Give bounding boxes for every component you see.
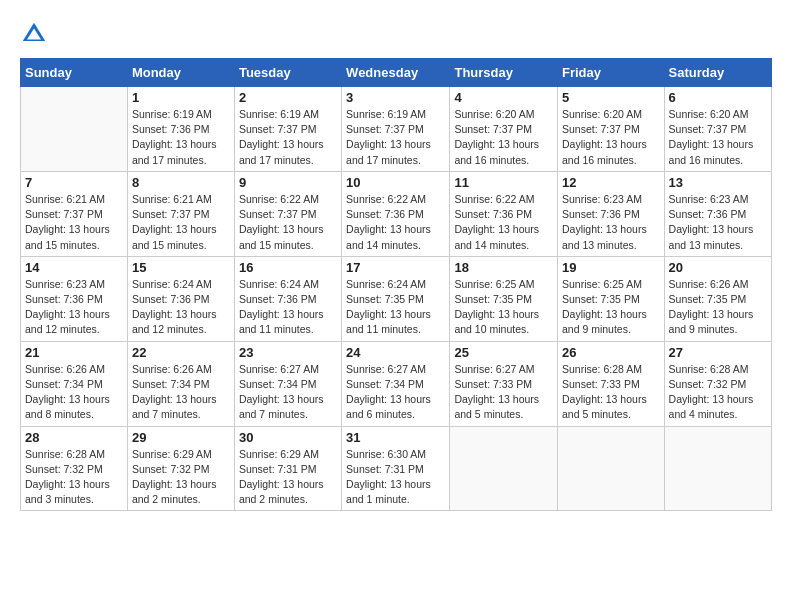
day-info: Sunrise: 6:27 AMSunset: 7:33 PMDaylight:… xyxy=(454,362,553,423)
day-info: Sunrise: 6:29 AMSunset: 7:32 PMDaylight:… xyxy=(132,447,230,508)
day-info: Sunrise: 6:20 AMSunset: 7:37 PMDaylight:… xyxy=(454,107,553,168)
calendar-header-tuesday: Tuesday xyxy=(234,59,341,87)
calendar-header-sunday: Sunday xyxy=(21,59,128,87)
day-info: Sunrise: 6:27 AMSunset: 7:34 PMDaylight:… xyxy=(346,362,445,423)
day-info: Sunrise: 6:25 AMSunset: 7:35 PMDaylight:… xyxy=(454,277,553,338)
day-info: Sunrise: 6:25 AMSunset: 7:35 PMDaylight:… xyxy=(562,277,660,338)
calendar-cell: 15 Sunrise: 6:24 AMSunset: 7:36 PMDaylig… xyxy=(127,256,234,341)
day-number: 1 xyxy=(132,90,230,105)
day-info: Sunrise: 6:19 AMSunset: 7:37 PMDaylight:… xyxy=(239,107,337,168)
calendar-cell: 30 Sunrise: 6:29 AMSunset: 7:31 PMDaylig… xyxy=(234,426,341,511)
day-number: 28 xyxy=(25,430,123,445)
calendar-cell: 9 Sunrise: 6:22 AMSunset: 7:37 PMDayligh… xyxy=(234,171,341,256)
calendar-week-5: 28 Sunrise: 6:28 AMSunset: 7:32 PMDaylig… xyxy=(21,426,772,511)
calendar-cell: 23 Sunrise: 6:27 AMSunset: 7:34 PMDaylig… xyxy=(234,341,341,426)
day-info: Sunrise: 6:28 AMSunset: 7:32 PMDaylight:… xyxy=(669,362,767,423)
calendar-cell: 7 Sunrise: 6:21 AMSunset: 7:37 PMDayligh… xyxy=(21,171,128,256)
day-number: 25 xyxy=(454,345,553,360)
day-info: Sunrise: 6:20 AMSunset: 7:37 PMDaylight:… xyxy=(562,107,660,168)
day-info: Sunrise: 6:24 AMSunset: 7:36 PMDaylight:… xyxy=(239,277,337,338)
day-number: 22 xyxy=(132,345,230,360)
calendar-cell: 17 Sunrise: 6:24 AMSunset: 7:35 PMDaylig… xyxy=(342,256,450,341)
day-info: Sunrise: 6:19 AMSunset: 7:36 PMDaylight:… xyxy=(132,107,230,168)
day-number: 26 xyxy=(562,345,660,360)
page-header xyxy=(20,20,772,48)
calendar-cell: 25 Sunrise: 6:27 AMSunset: 7:33 PMDaylig… xyxy=(450,341,558,426)
calendar-week-4: 21 Sunrise: 6:26 AMSunset: 7:34 PMDaylig… xyxy=(21,341,772,426)
logo-icon xyxy=(20,20,48,48)
day-info: Sunrise: 6:24 AMSunset: 7:36 PMDaylight:… xyxy=(132,277,230,338)
day-number: 14 xyxy=(25,260,123,275)
day-number: 20 xyxy=(669,260,767,275)
calendar-table: SundayMondayTuesdayWednesdayThursdayFrid… xyxy=(20,58,772,511)
day-info: Sunrise: 6:20 AMSunset: 7:37 PMDaylight:… xyxy=(669,107,767,168)
calendar-week-3: 14 Sunrise: 6:23 AMSunset: 7:36 PMDaylig… xyxy=(21,256,772,341)
day-number: 6 xyxy=(669,90,767,105)
calendar-cell xyxy=(21,87,128,172)
calendar-header-row: SundayMondayTuesdayWednesdayThursdayFrid… xyxy=(21,59,772,87)
calendar-cell: 8 Sunrise: 6:21 AMSunset: 7:37 PMDayligh… xyxy=(127,171,234,256)
calendar-cell: 6 Sunrise: 6:20 AMSunset: 7:37 PMDayligh… xyxy=(664,87,771,172)
day-number: 31 xyxy=(346,430,445,445)
calendar-week-1: 1 Sunrise: 6:19 AMSunset: 7:36 PMDayligh… xyxy=(21,87,772,172)
calendar-cell: 31 Sunrise: 6:30 AMSunset: 7:31 PMDaylig… xyxy=(342,426,450,511)
day-info: Sunrise: 6:23 AMSunset: 7:36 PMDaylight:… xyxy=(562,192,660,253)
day-number: 5 xyxy=(562,90,660,105)
day-info: Sunrise: 6:22 AMSunset: 7:36 PMDaylight:… xyxy=(346,192,445,253)
calendar-header-saturday: Saturday xyxy=(664,59,771,87)
day-number: 29 xyxy=(132,430,230,445)
calendar-cell: 2 Sunrise: 6:19 AMSunset: 7:37 PMDayligh… xyxy=(234,87,341,172)
calendar-cell: 13 Sunrise: 6:23 AMSunset: 7:36 PMDaylig… xyxy=(664,171,771,256)
day-info: Sunrise: 6:28 AMSunset: 7:32 PMDaylight:… xyxy=(25,447,123,508)
calendar-header-thursday: Thursday xyxy=(450,59,558,87)
calendar-week-2: 7 Sunrise: 6:21 AMSunset: 7:37 PMDayligh… xyxy=(21,171,772,256)
day-number: 13 xyxy=(669,175,767,190)
day-info: Sunrise: 6:22 AMSunset: 7:37 PMDaylight:… xyxy=(239,192,337,253)
day-info: Sunrise: 6:26 AMSunset: 7:34 PMDaylight:… xyxy=(25,362,123,423)
calendar-cell: 11 Sunrise: 6:22 AMSunset: 7:36 PMDaylig… xyxy=(450,171,558,256)
calendar-cell: 20 Sunrise: 6:26 AMSunset: 7:35 PMDaylig… xyxy=(664,256,771,341)
calendar-cell: 1 Sunrise: 6:19 AMSunset: 7:36 PMDayligh… xyxy=(127,87,234,172)
calendar-cell: 10 Sunrise: 6:22 AMSunset: 7:36 PMDaylig… xyxy=(342,171,450,256)
calendar-cell: 18 Sunrise: 6:25 AMSunset: 7:35 PMDaylig… xyxy=(450,256,558,341)
calendar-cell: 5 Sunrise: 6:20 AMSunset: 7:37 PMDayligh… xyxy=(558,87,665,172)
day-number: 3 xyxy=(346,90,445,105)
day-number: 30 xyxy=(239,430,337,445)
day-info: Sunrise: 6:24 AMSunset: 7:35 PMDaylight:… xyxy=(346,277,445,338)
day-number: 2 xyxy=(239,90,337,105)
logo xyxy=(20,20,52,48)
day-info: Sunrise: 6:21 AMSunset: 7:37 PMDaylight:… xyxy=(25,192,123,253)
day-number: 15 xyxy=(132,260,230,275)
calendar-header-monday: Monday xyxy=(127,59,234,87)
day-number: 8 xyxy=(132,175,230,190)
calendar-cell xyxy=(558,426,665,511)
calendar-cell: 26 Sunrise: 6:28 AMSunset: 7:33 PMDaylig… xyxy=(558,341,665,426)
day-number: 16 xyxy=(239,260,337,275)
calendar-cell: 28 Sunrise: 6:28 AMSunset: 7:32 PMDaylig… xyxy=(21,426,128,511)
day-number: 7 xyxy=(25,175,123,190)
calendar-header-wednesday: Wednesday xyxy=(342,59,450,87)
calendar-cell: 21 Sunrise: 6:26 AMSunset: 7:34 PMDaylig… xyxy=(21,341,128,426)
calendar-cell: 29 Sunrise: 6:29 AMSunset: 7:32 PMDaylig… xyxy=(127,426,234,511)
calendar-cell: 19 Sunrise: 6:25 AMSunset: 7:35 PMDaylig… xyxy=(558,256,665,341)
calendar-cell: 22 Sunrise: 6:26 AMSunset: 7:34 PMDaylig… xyxy=(127,341,234,426)
day-number: 27 xyxy=(669,345,767,360)
calendar-cell: 24 Sunrise: 6:27 AMSunset: 7:34 PMDaylig… xyxy=(342,341,450,426)
day-number: 11 xyxy=(454,175,553,190)
day-info: Sunrise: 6:26 AMSunset: 7:34 PMDaylight:… xyxy=(132,362,230,423)
calendar-cell: 16 Sunrise: 6:24 AMSunset: 7:36 PMDaylig… xyxy=(234,256,341,341)
day-number: 4 xyxy=(454,90,553,105)
day-info: Sunrise: 6:22 AMSunset: 7:36 PMDaylight:… xyxy=(454,192,553,253)
calendar-cell xyxy=(664,426,771,511)
day-number: 21 xyxy=(25,345,123,360)
day-info: Sunrise: 6:19 AMSunset: 7:37 PMDaylight:… xyxy=(346,107,445,168)
calendar-cell: 27 Sunrise: 6:28 AMSunset: 7:32 PMDaylig… xyxy=(664,341,771,426)
day-number: 24 xyxy=(346,345,445,360)
day-info: Sunrise: 6:23 AMSunset: 7:36 PMDaylight:… xyxy=(25,277,123,338)
day-number: 9 xyxy=(239,175,337,190)
day-number: 17 xyxy=(346,260,445,275)
day-number: 18 xyxy=(454,260,553,275)
day-number: 10 xyxy=(346,175,445,190)
day-number: 12 xyxy=(562,175,660,190)
day-number: 23 xyxy=(239,345,337,360)
